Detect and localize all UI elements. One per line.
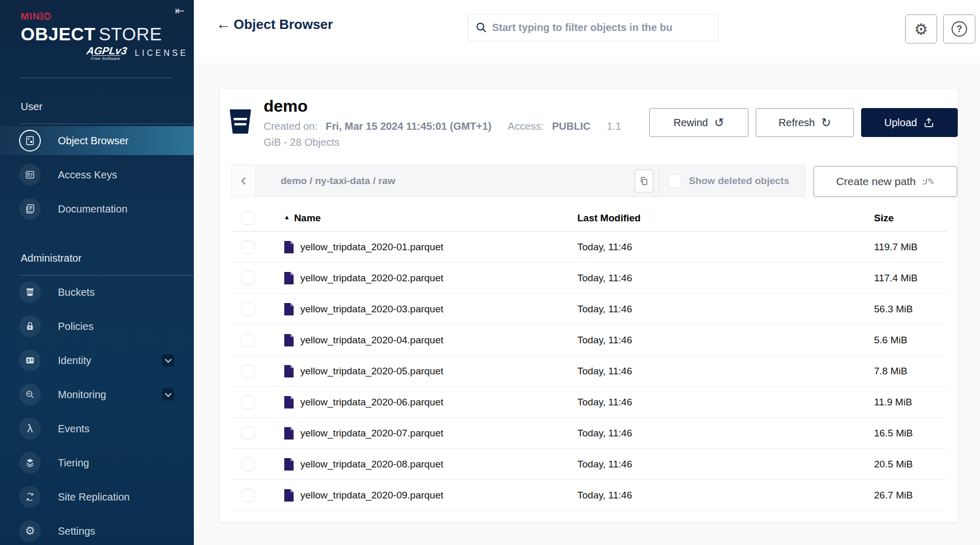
replication-arrows-icon <box>19 486 41 508</box>
object-last-modified: Today, 11:46 <box>577 272 874 284</box>
object-name: yellow_tripdata_2020-04.parquet <box>300 335 443 346</box>
wordmark-min: MIN <box>21 11 40 22</box>
object-last-modified: Today, 11:46 <box>577 241 874 253</box>
sidebar-item-label: Access Keys <box>58 169 117 181</box>
table-row[interactable]: yellow_tripdata_2020-01.parquet Today, 1… <box>232 232 947 263</box>
row-checkbox[interactable] <box>241 302 255 316</box>
create-new-path-button[interactable]: Create new path :/✎ <box>814 166 957 197</box>
access-keys-icon <box>19 164 41 186</box>
sidebar-item-label: Site Replication <box>58 491 130 503</box>
select-all-checkbox[interactable] <box>241 211 255 225</box>
gear-icon: ⚙ <box>914 20 928 38</box>
object-last-modified: Today, 11:46 <box>577 366 874 377</box>
monitoring-expand-button[interactable] <box>162 388 174 401</box>
breadcrumb-bar: demo / ny-taxi-data / raw Show deleted o… <box>232 165 805 197</box>
object-name: yellow_tripdata_2020-07.parquet <box>300 428 443 439</box>
minio-logo: MINIO OBJECTSTORE AGPLv3 Free Software L… <box>0 0 194 61</box>
copy-path-button[interactable] <box>635 170 653 192</box>
identity-expand-button[interactable] <box>162 354 174 367</box>
sidebar-item-site-replication[interactable]: Site Replication <box>0 482 194 511</box>
bucket-size-part2: GiB - 28 Objects <box>264 137 340 148</box>
object-name: yellow_tripdata_2020-02.parquet <box>300 272 443 284</box>
parquet-file-icon <box>284 302 294 316</box>
sidebar-item-access-keys[interactable]: Access Keys <box>0 160 194 189</box>
object-name: yellow_tripdata_2020-05.parquet <box>300 366 443 377</box>
column-header-name[interactable]: Name <box>294 213 321 224</box>
table-row[interactable]: yellow_tripdata_2020-08.parquet Today, 1… <box>232 449 947 480</box>
refresh-button[interactable]: Refresh ↻ <box>756 108 854 137</box>
column-header-size[interactable]: Size <box>874 213 947 224</box>
object-last-modified: Today, 11:46 <box>577 459 874 470</box>
row-checkbox[interactable] <box>241 334 255 347</box>
row-checkbox[interactable] <box>241 489 255 502</box>
sidebar-item-label: Documentation <box>58 203 128 215</box>
sidebar-item-settings[interactable]: ⚙ Settings <box>0 517 194 545</box>
row-checkbox[interactable] <box>241 365 255 378</box>
show-deleted-checkbox[interactable] <box>668 174 681 188</box>
new-path-icon: :/✎ <box>922 176 935 187</box>
row-checkbox[interactable] <box>241 271 255 285</box>
navigate-back-button[interactable] <box>232 165 256 196</box>
parquet-file-icon <box>284 427 294 440</box>
column-header-last-modified[interactable]: Last Modified <box>577 213 874 224</box>
object-last-modified: Today, 11:46 <box>577 335 874 346</box>
row-checkbox[interactable] <box>241 427 255 440</box>
sidebar-item-tiering[interactable]: Tiering <box>0 448 194 477</box>
sort-asc-icon[interactable]: ▲ <box>284 214 290 221</box>
access-label: Access: <box>508 120 544 132</box>
created-on-value: Fri, Mar 15 2024 11:45:01 (GMT+1) <box>326 120 492 132</box>
row-checkbox[interactable] <box>241 240 255 254</box>
sidebar-item-label: Object Browser <box>58 135 129 147</box>
object-size: 7.8 MiB <box>874 366 947 377</box>
breadcrumb: demo / ny-taxi-data / raw <box>281 175 635 187</box>
object-last-modified: Today, 11:46 <box>577 304 874 315</box>
object-last-modified: Today, 11:46 <box>577 397 874 408</box>
table-row[interactable]: yellow_tripdata_2020-09.parquet Today, 1… <box>232 480 947 511</box>
sidebar-item-events[interactable]: λ Events <box>0 414 194 443</box>
settings-button[interactable]: ⚙ <box>905 14 937 43</box>
row-checkbox[interactable] <box>241 396 255 409</box>
row-checkbox[interactable] <box>241 458 255 471</box>
main-content: demo Created on: Fri, Mar 15 2024 11:45:… <box>194 63 980 545</box>
table-row[interactable]: yellow_tripdata_2020-07.parquet Today, 1… <box>232 418 947 449</box>
documentation-icon <box>19 198 41 220</box>
sidebar-item-identity[interactable]: Identity <box>0 346 194 375</box>
parquet-file-icon <box>284 334 294 347</box>
sidebar-item-buckets[interactable]: Buckets <box>0 278 194 307</box>
bucket-info: Created on: Fri, Mar 15 2024 11:45:01 (G… <box>264 118 621 150</box>
object-name: yellow_tripdata_2020-03.parquet <box>300 304 443 315</box>
sidebar-item-object-browser[interactable]: Object Browser <box>0 126 194 155</box>
bucket-card: demo Created on: Fri, Mar 15 2024 11:45:… <box>219 88 959 523</box>
upload-button[interactable]: Upload <box>861 108 958 137</box>
table-row[interactable]: yellow_tripdata_2020-04.parquet Today, 1… <box>232 325 947 356</box>
object-size: 26.7 MiB <box>874 490 947 501</box>
help-button[interactable]: ? <box>943 14 975 43</box>
table-row[interactable]: yellow_tripdata_2020-06.parquet Today, 1… <box>232 387 947 418</box>
bucket-icon <box>229 109 251 136</box>
bucket-name: demo <box>264 97 308 116</box>
object-browser-icon <box>19 130 41 152</box>
filter-objects-input[interactable] <box>468 14 718 41</box>
sidebar-item-documentation[interactable]: Documentation <box>0 194 194 223</box>
table-row[interactable]: yellow_tripdata_2020-05.parquet Today, 1… <box>232 356 947 387</box>
sidebar-item-policies[interactable]: Policies <box>0 312 194 341</box>
logo-divider <box>21 78 173 78</box>
back-arrow-icon[interactable]: ← <box>216 16 231 33</box>
table-row[interactable]: yellow_tripdata_2020-03.parquet Today, 1… <box>232 294 947 325</box>
table-header-row: ▲ Name Last Modified Size <box>232 205 947 232</box>
object-size: 20.5 MiB <box>874 459 947 470</box>
search-box <box>468 14 718 41</box>
chevron-left-icon <box>238 175 250 187</box>
gear-icon: ⚙ <box>19 520 41 542</box>
section-label-administrator: Administrator <box>21 252 194 265</box>
bucket-actions: Rewind ↺ Refresh ↻ Upload <box>649 108 958 137</box>
object-name: yellow_tripdata_2020-01.parquet <box>300 241 443 253</box>
sidebar-item-label: Monitoring <box>58 389 106 401</box>
table-row[interactable]: yellow_tripdata_2020-02.parquet Today, 1… <box>232 263 947 294</box>
sidebar-item-label: Buckets <box>58 286 95 298</box>
page-title: Object Browser <box>234 17 333 33</box>
created-on-label: Created on: <box>264 120 318 132</box>
rewind-button[interactable]: Rewind ↺ <box>649 108 748 137</box>
sidebar-item-monitoring[interactable]: Monitoring <box>0 380 194 409</box>
collapse-sidebar-icon[interactable]: ⇤ <box>175 5 185 17</box>
